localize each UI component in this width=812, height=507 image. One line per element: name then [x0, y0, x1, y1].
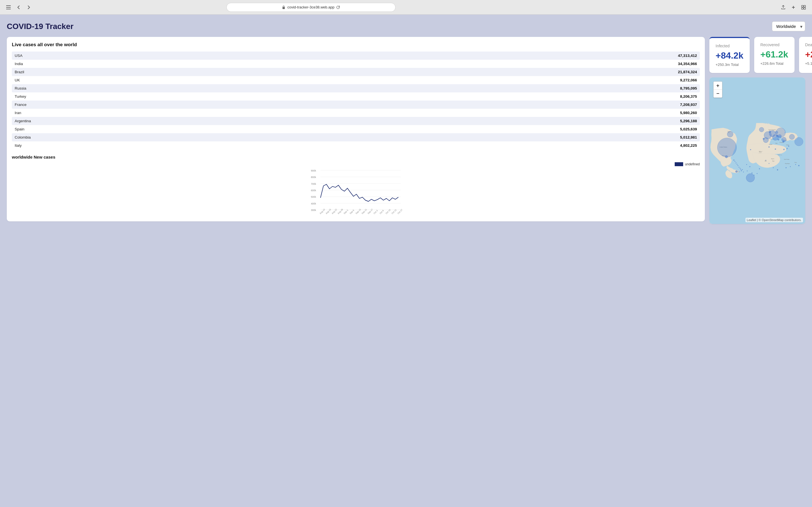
browser-chrome: covid-tracker-3ce38.web.app	[0, 0, 812, 15]
country-row: France 7,208,937	[12, 101, 700, 109]
region-select[interactable]: Worldwide USA India Brazil	[772, 21, 805, 31]
bubble-morocco	[769, 147, 770, 148]
svg-point-40	[773, 167, 774, 168]
bubble-mexico	[725, 156, 728, 158]
country-row: Colombia 5,012,981	[12, 133, 700, 142]
zoom-out-button[interactable]: −	[714, 90, 722, 98]
svg-text:Oct 27: Oct 27	[397, 209, 403, 215]
country-row: USA 47,313,412	[12, 52, 700, 60]
map-controls: + −	[713, 81, 722, 98]
country-count: 34,354,966	[678, 62, 697, 66]
svg-point-38	[765, 160, 766, 161]
back-button[interactable]	[15, 3, 22, 11]
recovered-total: +226.6m Total	[760, 61, 788, 66]
svg-text:Oct 3: Oct 3	[373, 209, 378, 215]
map-attribution: Leaflet | © OpenStreetMap contributors.	[746, 218, 803, 222]
svg-text:España: España	[769, 144, 772, 145]
country-row: Argentina 5,296,188	[12, 117, 700, 125]
svg-point-31	[746, 164, 747, 165]
share-button[interactable]	[779, 3, 787, 11]
svg-text:Italia: Italia	[775, 143, 777, 144]
country-count: 9,272,066	[680, 78, 697, 82]
svg-text:Sep 3: Sep 3	[343, 209, 349, 215]
country-count: 5,025,639	[680, 127, 697, 131]
svg-text:Keny: Keny	[795, 162, 797, 163]
app-header: COVID-19 Tracker Worldwide USA India Bra…	[7, 21, 805, 31]
country-count: 8,206,375	[680, 94, 697, 99]
svg-text:700k: 700k	[311, 182, 316, 185]
svg-point-46	[733, 160, 734, 161]
new-cases-chart: 900k 800k 700k 600k 500k 400k 300k	[12, 168, 700, 216]
browser-actions	[779, 3, 808, 11]
svg-rect-4	[802, 5, 803, 7]
bubble-iran	[789, 134, 795, 139]
country-name: Turkey	[15, 94, 26, 99]
region-selector-wrapper: Worldwide USA India Brazil	[772, 21, 805, 31]
reload-icon	[336, 5, 340, 9]
svg-rect-1	[6, 7, 11, 8]
map-svg: Hudson Bay United States México Colombia…	[709, 77, 805, 224]
chart-legend: undefined	[12, 162, 700, 166]
svg-point-50	[738, 165, 738, 166]
deaths-label: Deaths	[805, 43, 812, 47]
svg-point-33	[747, 171, 748, 171]
svg-text:400k: 400k	[311, 202, 316, 205]
legend-box	[675, 162, 683, 166]
infected-big: +84.2k	[716, 50, 744, 61]
svg-point-35	[754, 175, 755, 175]
svg-point-37	[759, 168, 760, 169]
svg-point-47	[735, 161, 735, 162]
bubble-colombia	[735, 170, 738, 173]
svg-text:Nigeria: Nigeria	[771, 158, 774, 159]
new-tab-button[interactable]	[790, 3, 797, 11]
country-row: Iran 5,980,260	[12, 109, 700, 117]
svg-text:Republique: Republique	[785, 163, 790, 164]
zoom-in-button[interactable]: +	[714, 82, 722, 90]
right-panel: Live cases all over the world USA 47,313…	[7, 37, 705, 221]
address-bar[interactable]: covid-tracker-3ce38.web.app	[226, 3, 396, 12]
svg-point-58	[777, 138, 779, 140]
svg-point-54	[741, 170, 742, 171]
bubble-usa	[717, 138, 737, 157]
country-count: 21,874,324	[678, 70, 697, 74]
svg-text:United Kingdom: United Kingdom	[769, 129, 776, 130]
svg-text:Türkiye: Türkiye	[786, 145, 789, 146]
svg-point-55	[742, 169, 743, 170]
country-name: Brazil	[15, 70, 24, 74]
svg-point-39	[769, 163, 769, 164]
stats-row: Infected +84.2k +250.3m Total Recovered …	[709, 37, 805, 73]
legend-label: undefined	[685, 162, 700, 166]
infected-total: +250.3m Total	[716, 62, 744, 67]
deaths-card: Deaths +2.1k +5.1m Total	[799, 37, 812, 73]
svg-point-43	[790, 166, 791, 167]
deaths-big: +2.1k	[805, 49, 812, 60]
country-row: Turkey 8,206,375	[12, 93, 700, 101]
svg-point-56	[743, 172, 744, 172]
country-name: Colombia	[15, 135, 31, 139]
svg-text:500k: 500k	[311, 195, 316, 198]
svg-point-51	[739, 167, 739, 167]
svg-text:Sep 9: Sep 9	[349, 209, 355, 215]
bubble-benelux	[769, 131, 771, 133]
country-count: 47,313,412	[678, 54, 697, 58]
country-count: 4,802,225	[680, 144, 697, 148]
svg-rect-0	[6, 5, 11, 6]
live-cases-title: Live cases all over the world	[12, 42, 700, 48]
svg-text:300k: 300k	[311, 209, 316, 212]
bubble-canada	[727, 131, 733, 137]
sidebar-toggle[interactable]	[4, 3, 12, 11]
forward-button[interactable]	[25, 3, 33, 11]
svg-text:Niger: Niger	[772, 161, 775, 162]
bubble-poland	[775, 131, 778, 134]
svg-point-45	[798, 165, 799, 166]
bubble-romania	[778, 134, 782, 138]
country-name: USA	[15, 54, 22, 58]
svg-text:Aug 22: Aug 22	[331, 208, 338, 215]
country-name: India	[15, 62, 23, 66]
svg-point-44	[795, 164, 796, 165]
svg-point-52	[740, 168, 741, 168]
svg-text:الجزائر: الجزائر	[758, 152, 762, 153]
svg-point-30	[786, 148, 788, 149]
tabs-button[interactable]	[800, 3, 808, 11]
svg-rect-5	[804, 5, 806, 7]
